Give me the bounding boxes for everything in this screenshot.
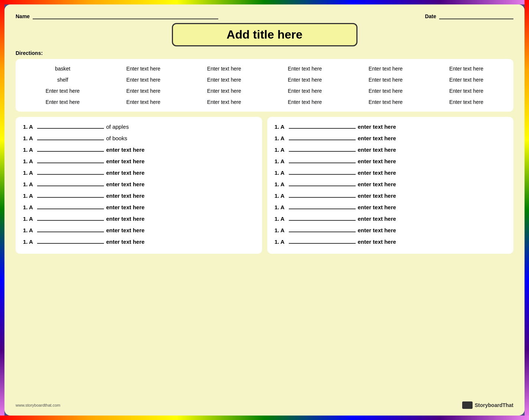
answer-line[interactable]: [289, 168, 356, 175]
exercise-text[interactable]: enter text here: [358, 135, 396, 141]
word-bank-cell[interactable]: Enter text here: [427, 75, 506, 84]
word-bank-cell[interactable]: Enter text here: [185, 86, 264, 95]
exercise-text[interactable]: enter text here: [358, 239, 396, 245]
word-bank-cell[interactable]: Enter text here: [427, 64, 506, 73]
list-item: 1. Aenter text here: [23, 226, 255, 233]
list-item: 1. Aenter text here: [23, 203, 255, 210]
list-item: 1. Aenter text here: [23, 180, 255, 187]
answer-line[interactable]: [37, 203, 104, 209]
answer-line[interactable]: [289, 214, 356, 221]
word-bank-cell[interactable]: Enter text here: [104, 64, 183, 73]
exercise-text[interactable]: of books: [106, 135, 127, 141]
exercise-text[interactable]: enter text here: [358, 216, 396, 222]
main-content: Name Date Add title here Directions: bas…: [4, 4, 525, 416]
name-line: [33, 12, 218, 19]
answer-line[interactable]: [289, 191, 356, 198]
exercise-text[interactable]: enter text here: [358, 193, 396, 199]
exercise-number: 1. A: [275, 193, 285, 199]
exercise-text[interactable]: enter text here: [358, 181, 396, 187]
exercise-text[interactable]: enter text here: [106, 181, 144, 187]
word-bank-cell[interactable]: Enter text here: [427, 98, 506, 106]
rainbow-bottom: [0, 416, 529, 420]
answer-line[interactable]: [37, 180, 104, 186]
answer-line[interactable]: [37, 226, 104, 232]
exercise-text[interactable]: enter text here: [358, 158, 396, 164]
word-bank-cell[interactable]: Enter text here: [23, 98, 102, 106]
word-bank-cell[interactable]: Enter text here: [346, 64, 425, 73]
date-section: Date: [425, 12, 513, 19]
answer-line[interactable]: [37, 157, 104, 163]
word-bank-cell[interactable]: Enter text here: [185, 75, 264, 84]
answer-line[interactable]: [289, 157, 356, 163]
exercise-text[interactable]: of apples: [106, 124, 129, 130]
exercises-row: 1. Aof apples1. Aof books1. Aenter text …: [16, 117, 513, 254]
word-bank-cell[interactable]: Enter text here: [346, 86, 425, 95]
word-bank-cell[interactable]: Enter text here: [346, 98, 425, 106]
exercise-text[interactable]: enter text here: [106, 216, 144, 222]
exercise-number: 1. A: [23, 124, 33, 130]
answer-line[interactable]: [37, 191, 104, 198]
exercise-number: 1. A: [23, 227, 33, 233]
word-bank-cell[interactable]: Enter text here: [185, 64, 264, 73]
exercise-number: 1. A: [23, 181, 33, 187]
word-bank-box: basketEnter text hereEnter text hereEnte…: [16, 59, 513, 112]
answer-line[interactable]: [289, 237, 356, 244]
word-bank-cell[interactable]: basket: [23, 64, 102, 73]
exercise-text[interactable]: enter text here: [106, 158, 144, 164]
answer-line[interactable]: [37, 168, 104, 175]
exercise-number: 1. A: [23, 204, 33, 210]
exercise-text[interactable]: enter text here: [106, 193, 144, 199]
exercise-text[interactable]: enter text here: [358, 227, 396, 233]
answer-line[interactable]: [289, 226, 356, 232]
word-bank-cell[interactable]: Enter text here: [23, 86, 102, 95]
exercise-text[interactable]: enter text here: [358, 170, 396, 176]
list-item: 1. Aenter text here: [275, 180, 506, 187]
answer-line[interactable]: [37, 214, 104, 221]
list-item: 1. Aenter text here: [23, 157, 255, 164]
word-bank-cell[interactable]: Enter text here: [265, 98, 345, 106]
footer: www.storyboardthat.com StoryboardThat: [16, 401, 513, 409]
brand-name: StoryboardThat: [475, 402, 513, 408]
list-item: 1. Aenter text here: [275, 157, 506, 164]
word-bank-cell[interactable]: Enter text here: [265, 64, 345, 73]
answer-line[interactable]: [289, 122, 356, 129]
answer-line[interactable]: [37, 134, 104, 140]
answer-line[interactable]: [289, 134, 356, 140]
word-bank-cell[interactable]: shelf: [23, 75, 102, 84]
date-line: [439, 12, 513, 19]
footer-url: www.storyboardthat.com: [16, 403, 60, 407]
exercise-text[interactable]: enter text here: [106, 170, 144, 176]
exercise-number: 1. A: [23, 158, 33, 164]
exercise-number: 1. A: [275, 170, 285, 176]
page-title[interactable]: Add title here: [172, 23, 357, 46]
exercise-number: 1. A: [275, 135, 285, 141]
answer-line[interactable]: [37, 237, 104, 244]
list-item: 1. Aenter text here: [275, 237, 506, 245]
name-section: Name: [16, 12, 410, 19]
exercise-text[interactable]: enter text here: [106, 227, 144, 233]
word-bank-cell[interactable]: Enter text here: [185, 98, 264, 106]
exercise-number: 1. A: [23, 135, 33, 141]
exercise-text[interactable]: enter text here: [358, 204, 396, 210]
answer-line[interactable]: [289, 145, 356, 152]
word-bank-cell[interactable]: Enter text here: [265, 86, 345, 95]
word-bank-cell[interactable]: Enter text here: [104, 98, 183, 106]
word-bank-cell[interactable]: Enter text here: [427, 86, 506, 95]
exercise-text[interactable]: enter text here: [106, 147, 144, 153]
word-bank-cell[interactable]: Enter text here: [104, 75, 183, 84]
list-item: 1. Aof books: [23, 134, 255, 141]
word-bank-cell[interactable]: Enter text here: [104, 86, 183, 95]
list-item: 1. Aenter text here: [275, 226, 506, 233]
word-bank-cell[interactable]: Enter text here: [346, 75, 425, 84]
list-item: 1. Aenter text here: [275, 134, 506, 141]
word-bank-cell[interactable]: Enter text here: [265, 75, 345, 84]
answer-line[interactable]: [37, 145, 104, 152]
answer-line[interactable]: [289, 180, 356, 186]
exercise-text[interactable]: enter text here: [106, 239, 144, 245]
answer-line[interactable]: [37, 122, 104, 129]
right-exercise-box: 1. Aenter text here1. Aenter text here1.…: [267, 117, 514, 254]
exercise-text[interactable]: enter text here: [358, 124, 396, 130]
exercise-text[interactable]: enter text here: [106, 204, 144, 210]
exercise-text[interactable]: enter text here: [358, 147, 396, 153]
answer-line[interactable]: [289, 203, 356, 209]
